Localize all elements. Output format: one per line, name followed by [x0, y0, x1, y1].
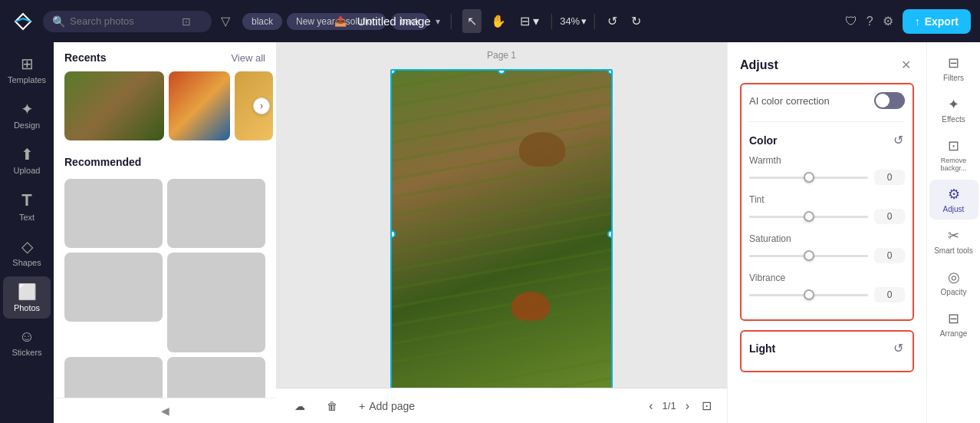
- add-icon: +: [359, 400, 365, 412]
- settings-icon-btn[interactable]: ⚙: [880, 11, 896, 31]
- photos-icon: ⬜: [18, 283, 37, 301]
- bird-bottom: [511, 292, 550, 321]
- sidebar-item-photos[interactable]: ⬜ Photos: [3, 276, 51, 319]
- tint-value[interactable]: 0: [874, 209, 905, 224]
- shield-icon-btn[interactable]: 🛡: [842, 12, 860, 31]
- tool-adjust[interactable]: ⚙ Adjust: [929, 180, 978, 220]
- panel-collapse-btn[interactable]: ◀: [54, 398, 276, 423]
- recent-photo-1[interactable]: [64, 71, 164, 140]
- upload-icon: ⬆: [21, 145, 34, 164]
- rec-photo-1[interactable]: [64, 179, 163, 248]
- rec-photo-5[interactable]: [64, 357, 163, 398]
- rec-photo-3[interactable]: [64, 253, 163, 322]
- sidebar-item-templates[interactable]: ⊞ Templates: [3, 48, 51, 91]
- stickers-icon: ☺: [19, 328, 35, 345]
- vibrance-track[interactable]: [749, 294, 868, 296]
- add-page-label: Add page: [369, 400, 415, 412]
- topbar: 🔍 ⊡ ▽ black New year resolution back 📤 U…: [0, 0, 980, 42]
- export-button[interactable]: ↑ Export: [903, 9, 971, 34]
- sidebar-label-stickers: Stickers: [12, 348, 41, 357]
- save-to-cloud-btn[interactable]: ☁: [288, 396, 311, 416]
- app-logo: [9, 8, 37, 35]
- grass-overlay: [392, 71, 611, 398]
- color-reset-btn[interactable]: ↺: [892, 131, 905, 149]
- sidebar-item-design[interactable]: ✦ Design: [3, 94, 51, 136]
- help-icon-btn[interactable]: ?: [863, 12, 876, 31]
- filter-icon[interactable]: ▽: [218, 11, 233, 31]
- delete-page-btn[interactable]: 🗑: [321, 396, 344, 416]
- zoom-control[interactable]: 34% ▾: [560, 15, 587, 27]
- light-section-row: Light ↺: [749, 339, 905, 357]
- light-section-label: Light: [749, 342, 775, 355]
- tool-filters[interactable]: ⊟ Filters: [929, 48, 978, 88]
- rec-photo-6[interactable]: [167, 357, 265, 398]
- tint-label: Tint: [749, 194, 905, 205]
- ai-toggle[interactable]: [874, 92, 905, 109]
- sidebar-item-upload[interactable]: ⬆ Upload: [3, 139, 51, 181]
- tool-remove-bg[interactable]: ⊡ Remove backgr...: [929, 131, 978, 178]
- color-section-row: Color ↺: [749, 131, 905, 149]
- add-page-btn[interactable]: + Add page: [353, 396, 421, 416]
- next-page-btn[interactable]: ›: [682, 396, 692, 416]
- saturation-value[interactable]: 0: [874, 248, 905, 263]
- sidebar-label-design: Design: [14, 121, 40, 130]
- canvas-area: Page 1 ⊡ ⊞ ⟳ •••: [276, 42, 727, 423]
- light-reset-btn[interactable]: ↺: [892, 339, 905, 357]
- view-btn[interactable]: ⊟ ▾: [515, 9, 544, 33]
- tool-opacity[interactable]: ◎ Opacity: [929, 263, 978, 302]
- sidebar-label-text: Text: [19, 213, 35, 222]
- prev-page-btn[interactable]: ‹: [646, 396, 656, 416]
- image-search-icon[interactable]: ⊡: [182, 15, 191, 28]
- rec-photo-4[interactable]: [167, 253, 265, 352]
- recents-grid: ›: [64, 71, 265, 140]
- saturation-slider-row: Saturation 0: [749, 233, 905, 263]
- remove-bg-label: Remove backgr...: [932, 157, 975, 172]
- vibrance-value[interactable]: 0: [874, 287, 905, 302]
- recent-photo-2[interactable]: [169, 71, 230, 140]
- page-label: Page 1: [487, 50, 516, 61]
- canvas-title-dropdown-icon[interactable]: ▾: [436, 16, 440, 27]
- saturation-track[interactable]: [749, 255, 868, 257]
- vibrance-label: Vibrance: [749, 273, 905, 283]
- vibrance-control: 0: [749, 287, 905, 302]
- sidebar-label-shapes: Shapes: [12, 258, 41, 267]
- sidebar-label-upload: Upload: [14, 166, 41, 175]
- tool-effects[interactable]: ✦ Effects: [929, 90, 978, 130]
- zoom-dropdown-icon[interactable]: ▾: [581, 15, 587, 27]
- ai-label: AI color correction: [749, 95, 830, 107]
- adjust-close-btn[interactable]: ✕: [898, 55, 914, 75]
- canvas-wrapper: ↺: [390, 69, 613, 399]
- sidebar-item-text[interactable]: T Text: [3, 184, 51, 228]
- warmth-track[interactable]: [749, 177, 868, 179]
- hand-tool-btn[interactable]: ✋: [486, 9, 511, 33]
- tool-arrange[interactable]: ⊟ Arrange: [929, 304, 978, 344]
- warmth-value[interactable]: 0: [874, 170, 905, 185]
- tint-track[interactable]: [749, 216, 868, 218]
- smart-tools-icon: ✂: [948, 227, 959, 244]
- select-tool-btn[interactable]: ↖: [462, 9, 482, 33]
- undo-btn[interactable]: ↺: [603, 9, 622, 33]
- search-bar[interactable]: 🔍 ⊡: [43, 11, 212, 32]
- canvas-image[interactable]: ↺: [390, 69, 613, 399]
- sidebar-item-shapes[interactable]: ◇ Shapes: [3, 231, 51, 273]
- scroll-right-arrow[interactable]: ›: [253, 97, 270, 114]
- canvas-title: Untitled image: [357, 15, 431, 28]
- effects-label: Effects: [942, 115, 965, 124]
- page-count: 1/1: [663, 400, 676, 411]
- opacity-icon: ◎: [948, 269, 960, 286]
- light-section: Light ↺: [740, 330, 914, 372]
- sidebar-item-stickers[interactable]: ☺ Stickers: [3, 322, 51, 363]
- header-icons-right: 🛡 ? ⚙: [842, 11, 896, 31]
- rec-photo-2[interactable]: [167, 179, 265, 248]
- templates-icon: ⊞: [21, 55, 34, 73]
- tool-panel: ⊟ Filters ✦ Effects ⊡ Remove backgr... ⚙…: [926, 42, 980, 423]
- redo-btn[interactable]: ↻: [626, 9, 646, 33]
- trash-icon: 🗑: [327, 400, 337, 412]
- tag-black[interactable]: black: [242, 13, 282, 30]
- text-icon: T: [21, 190, 31, 210]
- search-input[interactable]: [70, 15, 177, 27]
- fullscreen-btn[interactable]: ⊡: [699, 395, 715, 416]
- tool-smart[interactable]: ✂ Smart tools: [929, 221, 978, 261]
- export-label: Export: [925, 15, 959, 28]
- view-all-link[interactable]: View all: [231, 52, 265, 64]
